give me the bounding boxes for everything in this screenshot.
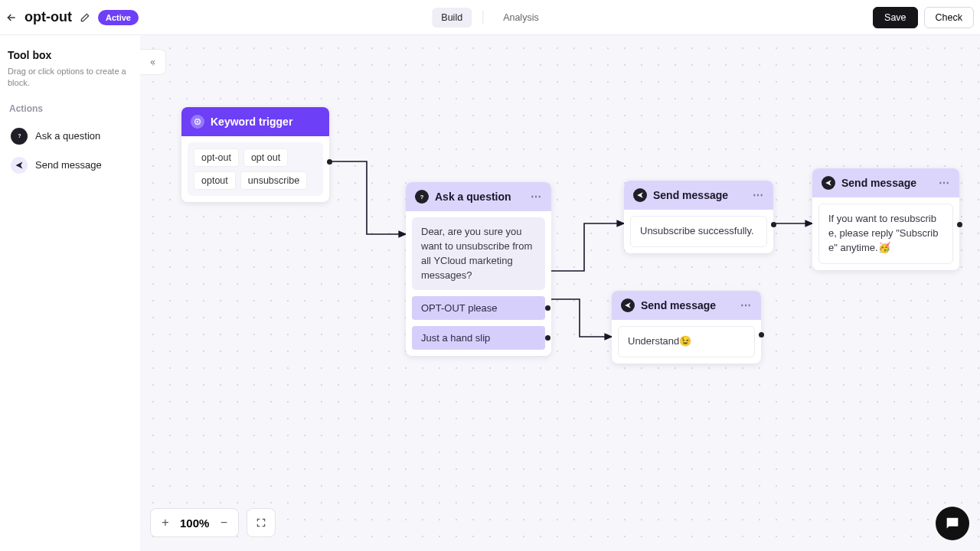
keyword-chip[interactable]: opt out (243, 148, 288, 167)
node-title: Ask a question (435, 191, 511, 203)
edit-icon[interactable] (80, 12, 90, 23)
back-icon[interactable] (6, 12, 17, 23)
flow-canvas[interactable]: Keyword trigger opt-out opt out optout u… (140, 35, 980, 551)
option-label: Just a hand slip (421, 332, 490, 344)
tab-analysis[interactable]: Analysis (494, 8, 548, 28)
save-button[interactable]: Save (873, 7, 918, 28)
question-option[interactable]: OPT-OUT please (412, 296, 545, 320)
question-option[interactable]: Just a hand slip (412, 326, 545, 350)
keyword-chip[interactable]: opt-out (194, 148, 239, 167)
action-label: Send message (35, 159, 102, 171)
question-icon: ? (11, 128, 28, 145)
message-body: Understand😉 (618, 326, 755, 357)
actions-label: Actions (9, 103, 131, 114)
action-send-message[interactable]: Send message (8, 151, 132, 180)
message-body: If you want to resubscribe, please reply… (818, 204, 953, 264)
send-icon (822, 176, 835, 190)
svg-text:?: ? (18, 133, 21, 139)
flow-title: opt-out (24, 9, 72, 25)
question-prompt: Dear, are you sure you want to unsubscri… (412, 217, 545, 290)
tab-separator (482, 11, 483, 24)
output-port[interactable] (957, 222, 962, 227)
node-title: Send message (641, 299, 716, 311)
send-icon (11, 157, 28, 174)
node-menu-icon[interactable]: ⋯ (740, 299, 752, 311)
output-port[interactable] (759, 332, 764, 337)
output-port[interactable] (545, 305, 550, 311)
node-title: Keyword trigger (211, 116, 292, 128)
toolbox-title: Tool box (8, 49, 132, 61)
svg-text:?: ? (420, 194, 424, 201)
trigger-icon (191, 115, 204, 129)
node-send-message[interactable]: Send message ⋯ Understand😉 (612, 291, 761, 364)
node-title: Send message (841, 177, 916, 189)
sidebar: Tool box Drag or click options to create… (0, 35, 140, 551)
zoom-value: 100% (175, 517, 214, 530)
node-menu-icon[interactable]: ⋯ (939, 177, 950, 189)
node-ask-question[interactable]: ? Ask a question ⋯ Dear, are you sure yo… (406, 182, 551, 356)
zoom-in-button[interactable]: + (155, 516, 175, 530)
node-menu-icon[interactable]: ⋯ (753, 189, 764, 201)
chat-fab[interactable] (936, 507, 969, 540)
option-label: OPT-OUT please (421, 302, 497, 314)
action-label: Ask a question (35, 130, 100, 142)
zoom-out-button[interactable]: − (214, 516, 234, 530)
svg-point-3 (197, 121, 199, 123)
question-icon: ? (415, 190, 429, 204)
zoom-control: + 100% − (150, 508, 239, 537)
keyword-chip[interactable]: optout (194, 171, 236, 190)
output-port[interactable] (327, 159, 332, 165)
output-port[interactable] (771, 222, 776, 227)
node-send-message[interactable]: Send message ⋯ If you want to resubscrib… (812, 168, 959, 270)
fit-screen-button[interactable] (247, 508, 276, 537)
send-icon (633, 188, 647, 202)
output-port[interactable] (545, 335, 550, 341)
check-button[interactable]: Check (924, 7, 974, 28)
message-body: Unsubscribe successfully. (630, 216, 767, 247)
keyword-chip[interactable]: unsubscribe (240, 171, 307, 190)
toolbox-desc: Drag or click options to create a block. (8, 66, 132, 90)
action-ask-question[interactable]: ? Ask a question (8, 122, 132, 151)
node-title: Send message (653, 189, 728, 201)
send-icon (621, 298, 635, 312)
node-send-message[interactable]: Send message ⋯ Unsubscribe successfully. (624, 181, 773, 253)
tab-build[interactable]: Build (432, 8, 472, 28)
node-menu-icon[interactable]: ⋯ (531, 191, 542, 203)
status-badge: Active (98, 10, 139, 25)
node-keyword-trigger[interactable]: Keyword trigger opt-out opt out optout u… (181, 107, 329, 202)
keyword-chipbox: opt-out opt out optout unsubscribe (188, 142, 323, 196)
